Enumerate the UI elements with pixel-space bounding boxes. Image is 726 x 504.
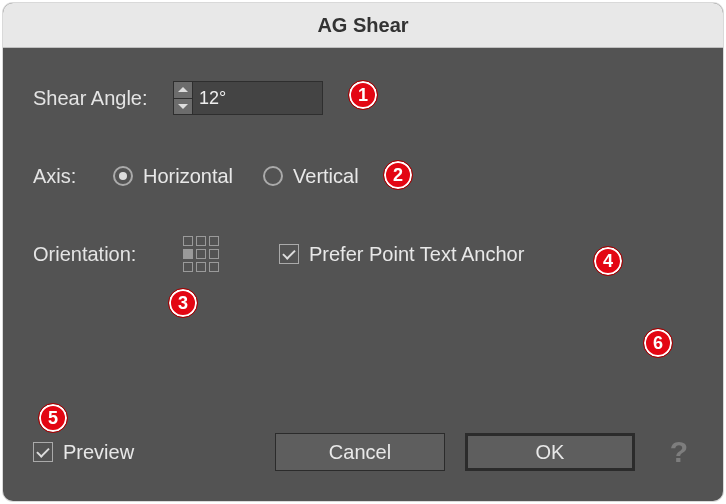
orientation-cell[interactable] xyxy=(209,249,219,259)
annotation-badge-2: 2 xyxy=(383,160,413,190)
checkmark-icon xyxy=(282,246,295,259)
bottom-row: Preview Cancel OK ? xyxy=(33,433,693,471)
ok-button-label: OK xyxy=(536,441,565,464)
checkmark-icon xyxy=(36,444,49,457)
orientation-picker[interactable] xyxy=(183,236,219,272)
orientation-cell[interactable] xyxy=(183,236,193,246)
orientation-cell-selected[interactable] xyxy=(183,249,193,259)
help-icon: ? xyxy=(670,435,688,469)
radio-icon xyxy=(263,166,283,186)
dialog-title: AG Shear xyxy=(317,14,408,37)
preview-label: Preview xyxy=(63,441,134,464)
orientation-cell[interactable] xyxy=(209,262,219,272)
orientation-cell[interactable] xyxy=(209,236,219,246)
annotation-badge-4: 4 xyxy=(593,246,623,276)
orientation-cell[interactable] xyxy=(196,262,206,272)
shear-angle-stepper[interactable]: 12° xyxy=(173,81,323,115)
shear-angle-label: Shear Angle: xyxy=(33,87,173,110)
axis-radio-group: Horizontal Vertical xyxy=(113,165,359,188)
checkbox-icon xyxy=(279,244,299,264)
axis-option-label: Vertical xyxy=(293,165,359,188)
annotation-badge-1: 1 xyxy=(348,80,378,110)
radio-dot-icon xyxy=(119,172,127,180)
stepper-buttons xyxy=(173,81,193,115)
axis-option-label: Horizontal xyxy=(143,165,233,188)
shear-angle-value: 12° xyxy=(199,88,226,109)
help-button[interactable]: ? xyxy=(665,435,693,469)
orientation-cell[interactable] xyxy=(196,249,206,259)
axis-row: Axis: Horizontal Vertical xyxy=(33,156,693,196)
axis-radio-horizontal[interactable]: Horizontal xyxy=(113,165,233,188)
orientation-label: Orientation: xyxy=(33,243,183,266)
dialog-window: AG Shear Shear Angle: 12° Axis: Hor xyxy=(3,3,723,501)
cancel-button[interactable]: Cancel xyxy=(275,433,445,471)
annotation-badge-5: 5 xyxy=(38,403,68,433)
cancel-button-label: Cancel xyxy=(329,441,391,464)
chevron-up-icon xyxy=(178,87,188,92)
annotation-badge-3: 3 xyxy=(168,288,198,318)
checkbox-icon xyxy=(33,442,53,462)
preview-checkbox[interactable]: Preview xyxy=(33,441,134,464)
ok-button[interactable]: OK xyxy=(465,433,635,471)
annotation-badge-6: 6 xyxy=(643,328,673,358)
orientation-cell[interactable] xyxy=(196,236,206,246)
shear-angle-input[interactable]: 12° xyxy=(193,81,323,115)
stepper-decrement[interactable] xyxy=(173,98,193,116)
dialog-buttons: Cancel OK ? xyxy=(275,433,693,471)
prefer-anchor-checkbox[interactable]: Prefer Point Text Anchor xyxy=(279,243,524,266)
chevron-down-icon xyxy=(178,104,188,109)
prefer-anchor-label: Prefer Point Text Anchor xyxy=(309,243,524,266)
orientation-cell[interactable] xyxy=(183,262,193,272)
axis-label: Axis: xyxy=(33,165,113,188)
dialog-body: Shear Angle: 12° Axis: Horizontal xyxy=(3,48,723,501)
radio-icon xyxy=(113,166,133,186)
axis-radio-vertical[interactable]: Vertical xyxy=(263,165,359,188)
stepper-increment[interactable] xyxy=(173,81,193,98)
title-bar: AG Shear xyxy=(3,3,723,48)
